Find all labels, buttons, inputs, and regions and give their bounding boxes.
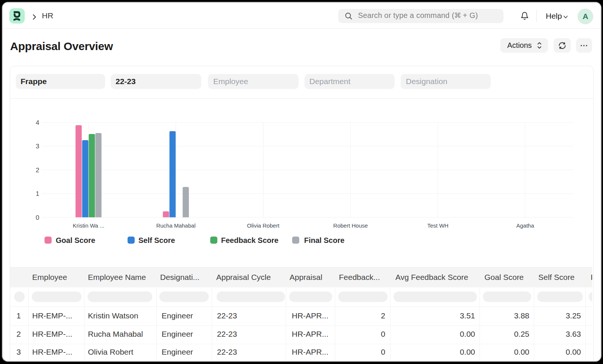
svg-text:Robert House: Robert House [333, 222, 368, 229]
svg-text:Feedback Score: Feedback Score [221, 236, 278, 244]
svg-text:2: 2 [36, 167, 39, 174]
svg-text:Self Score: Self Score [138, 236, 175, 244]
svg-text:Agatha: Agatha [516, 222, 534, 229]
svg-text:Goal Score: Goal Score [56, 236, 95, 244]
svg-text:0: 0 [36, 214, 39, 221]
svg-text:Kristin Wa ...: Kristin Wa ... [73, 222, 104, 229]
svg-text:Olivia Robert: Olivia Robert [247, 222, 280, 229]
svg-text:Final Score: Final Score [304, 236, 345, 244]
svg-text:Test WH: Test WH [427, 222, 449, 229]
svg-text:3: 3 [36, 143, 39, 150]
svg-text:1: 1 [36, 190, 39, 197]
svg-text:4: 4 [36, 119, 39, 126]
svg-text:Rucha Mahabal: Rucha Mahabal [156, 222, 196, 229]
